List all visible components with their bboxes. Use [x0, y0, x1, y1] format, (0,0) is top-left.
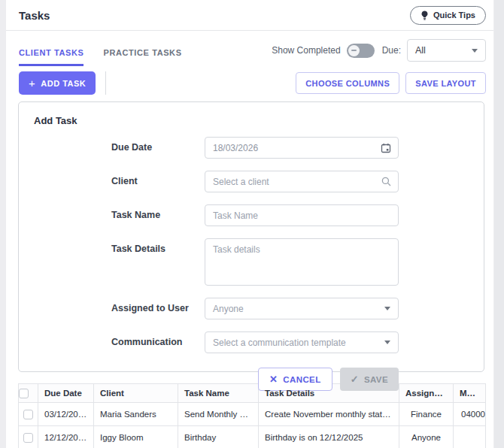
- cell-client-link[interactable]: Maria Sanders: [94, 403, 178, 426]
- cancel-label: CANCEL: [283, 375, 320, 384]
- add-task-panel: Add Task Due Date Client: [18, 101, 484, 372]
- cell-mobile: 04000: [454, 403, 486, 426]
- quick-tips-label: Quick Tips: [433, 11, 475, 20]
- client-field: [205, 171, 399, 192]
- toolbar-divider: [105, 71, 106, 95]
- cancel-button[interactable]: ✕ CANCEL: [258, 368, 332, 391]
- communication-row: Communication Select a communication tem…: [34, 331, 484, 353]
- chevron-down-icon: [472, 49, 478, 53]
- client-search-input[interactable]: [205, 171, 381, 192]
- column-header-assigned-to[interactable]: Assigned To: [399, 384, 454, 403]
- communication-label: Communication: [111, 331, 205, 347]
- client-label: Client: [111, 171, 205, 186]
- assigned-row: Assigned to User Anyone: [34, 298, 484, 319]
- tabs-row: CLIENT TASKS PRACTICE TASKS Show Complet…: [6, 31, 493, 66]
- show-completed-toggle[interactable]: [347, 44, 375, 58]
- row-checkbox[interactable]: [23, 410, 33, 419]
- column-header-mobile[interactable]: Mobile: [454, 384, 486, 403]
- communication-placeholder: Select a communication template: [213, 338, 346, 348]
- assigned-to-user-select[interactable]: Anyone: [205, 298, 399, 319]
- due-filter-select[interactable]: All: [407, 39, 486, 62]
- add-task-form: Due Date Client Task Name: [34, 137, 484, 391]
- cell-due-date: 12/12/2025: [38, 426, 94, 448]
- column-header-client[interactable]: Client: [94, 384, 178, 403]
- chevron-down-icon: [384, 341, 390, 344]
- cell-task-details: Create November monthly statem...: [259, 403, 399, 426]
- add-task-button[interactable]: + ADD TASK: [19, 71, 96, 95]
- page-title: Tasks: [19, 9, 50, 22]
- row-checkbox[interactable]: [23, 433, 33, 443]
- cell-mobile: [454, 426, 486, 448]
- check-icon: ✓: [351, 374, 359, 385]
- tabs: CLIENT TASKS PRACTICE TASKS: [19, 48, 182, 66]
- task-name-row: Task Name: [34, 204, 484, 226]
- lightbulb-icon: [421, 11, 429, 20]
- task-details-row: Task Details: [34, 238, 484, 286]
- vertical-scrollbar[interactable]: [494, 0, 504, 448]
- toolbar-left: + ADD TASK: [19, 71, 106, 95]
- chevron-down-icon: [384, 307, 390, 310]
- cell-assigned-to: Anyone: [399, 426, 454, 448]
- add-task-label: ADD TASK: [41, 79, 86, 88]
- task-name-field: [205, 204, 399, 226]
- tab-client-tasks[interactable]: CLIENT TASKS: [19, 48, 83, 66]
- column-header-due-date[interactable]: Due Date: [38, 384, 94, 403]
- close-icon: ✕: [269, 374, 278, 385]
- plus-icon: +: [29, 77, 35, 89]
- task-details-input[interactable]: [205, 239, 398, 285]
- show-completed-label: Show Completed: [272, 45, 340, 56]
- task-details-field: [205, 238, 399, 286]
- save-layout-button[interactable]: SAVE LAYOUT: [405, 72, 486, 94]
- save-label: SAVE: [364, 375, 388, 384]
- filters: Show Completed Due: All: [272, 39, 486, 66]
- save-button[interactable]: ✓ SAVE: [340, 368, 399, 391]
- due-filter-value: All: [415, 45, 426, 56]
- calendar-icon[interactable]: [381, 143, 391, 153]
- cell-client-link[interactable]: Iggy Bloom: [94, 426, 178, 448]
- quick-tips-button[interactable]: Quick Tips: [410, 6, 486, 25]
- assigned-to-user-label: Assigned to User: [111, 298, 205, 313]
- cell-task-details: Birthday is on 12/12/2025: [259, 426, 399, 448]
- table-row: 03/12/2025 Maria Sanders Send Monthly St…: [19, 403, 486, 426]
- toolbar: + ADD TASK CHOOSE COLUMNS SAVE LAYOUT: [6, 66, 493, 95]
- choose-columns-button[interactable]: CHOOSE COLUMNS: [296, 72, 399, 94]
- tasks-app-window: Tasks Quick Tips CLIENT TASKS PRACTICE T…: [6, 0, 493, 448]
- client-row: Client: [34, 171, 484, 192]
- app-header: Tasks Quick Tips: [6, 0, 493, 31]
- add-task-panel-title: Add Task: [34, 115, 484, 126]
- search-icon: [381, 177, 391, 186]
- table-row: 12/12/2025 Iggy Bloom Birthday Birthday …: [19, 426, 486, 448]
- tab-practice-tasks[interactable]: PRACTICE TASKS: [103, 48, 181, 66]
- task-details-label: Task Details: [111, 238, 205, 254]
- column-header-task-name[interactable]: Task Name: [178, 384, 259, 403]
- due-label: Due:: [382, 45, 401, 56]
- cell-assigned-to: Finance: [399, 403, 454, 426]
- due-date-label: Due Date: [111, 137, 205, 153]
- due-date-input[interactable]: [205, 138, 381, 158]
- toolbar-right: CHOOSE COLUMNS SAVE LAYOUT: [296, 72, 486, 94]
- toggle-knob-icon: [348, 45, 360, 56]
- cell-due-date: 03/12/2025: [38, 403, 94, 426]
- assigned-to-user-value: Anyone: [213, 304, 244, 314]
- cell-task-name-link[interactable]: Send Monthly St...: [178, 403, 259, 426]
- task-name-label: Task Name: [111, 204, 205, 220]
- cell-task-name-link[interactable]: Birthday: [178, 426, 259, 448]
- communication-select[interactable]: Select a communication template: [205, 331, 399, 353]
- due-date-field: [205, 137, 399, 159]
- tasks-table: Due Date Client Task Name Task Details A…: [18, 383, 486, 448]
- table-header-row: Due Date Client Task Name Task Details A…: [19, 384, 486, 403]
- due-date-row: Due Date: [34, 137, 484, 159]
- select-all-checkbox[interactable]: [19, 389, 29, 398]
- task-name-input[interactable]: [205, 205, 398, 226]
